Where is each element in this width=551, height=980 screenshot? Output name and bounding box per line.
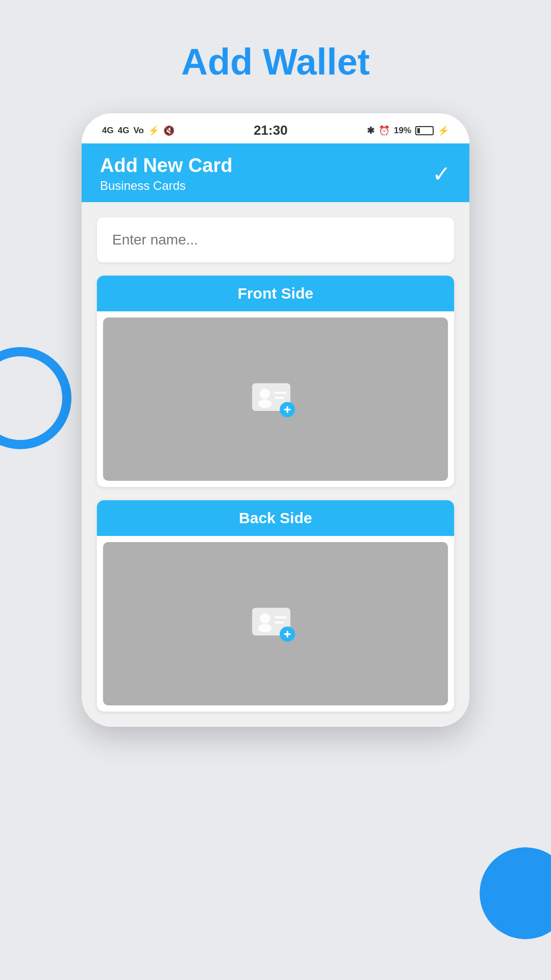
svg-rect-11 <box>274 616 286 618</box>
battery-cap: ⚡ <box>438 125 449 136</box>
svg-rect-3 <box>274 391 286 394</box>
front-side-upload[interactable] <box>103 317 448 481</box>
decorative-circle-left <box>0 347 71 449</box>
back-side-upload[interactable] <box>103 542 448 705</box>
page-title: Add Wallet <box>181 41 369 83</box>
signal-4g-1: 4G <box>102 126 114 136</box>
svg-point-9 <box>260 614 270 624</box>
vo-icon: Vo <box>133 126 143 136</box>
app-header-text: Add New Card Business Cards <box>100 155 233 193</box>
svg-point-2 <box>258 399 272 408</box>
confirm-button[interactable]: ✓ <box>432 161 451 187</box>
svg-rect-15 <box>287 631 288 638</box>
svg-rect-12 <box>274 621 284 623</box>
app-header-title: Add New Card <box>100 155 233 177</box>
alarm-icon: ⏰ <box>379 125 390 136</box>
back-side-header: Back Side <box>97 500 454 536</box>
app-header-subtitle: Business Cards <box>100 179 233 193</box>
decorative-circle-right <box>480 847 551 939</box>
status-bar-right: ✱ ⏰ 19% ⚡ <box>367 125 449 136</box>
status-bar-left: 4G 4G Vo ⚡ 🔇 <box>102 125 174 136</box>
add-card-icon-front <box>250 379 301 420</box>
status-bar: 4G 4G Vo ⚡ 🔇 21:30 ✱ ⏰ 19% ⚡ <box>82 113 469 143</box>
bluetooth-icon: ✱ <box>367 125 374 136</box>
name-input[interactable] <box>112 232 439 248</box>
battery-icon <box>415 126 434 135</box>
name-input-wrapper <box>97 217 454 262</box>
svg-point-1 <box>260 389 270 399</box>
back-side-label: Back Side <box>239 509 312 526</box>
svg-point-10 <box>258 624 272 632</box>
back-side-section: Back Side <box>97 500 454 712</box>
front-side-section: Front Side <box>97 276 454 487</box>
svg-rect-4 <box>274 397 284 399</box>
volume-icon: 🔇 <box>163 125 174 136</box>
battery-percent: 19% <box>394 126 411 136</box>
app-content: Front Side <box>82 202 469 727</box>
front-side-label: Front Side <box>238 285 313 302</box>
front-side-header: Front Side <box>97 276 454 311</box>
add-card-icon-back <box>250 603 301 644</box>
status-time: 21:30 <box>254 122 288 138</box>
svg-rect-7 <box>287 406 288 413</box>
phone-mockup: 4G 4G Vo ⚡ 🔇 21:30 ✱ ⏰ 19% ⚡ Add New Car… <box>82 113 469 727</box>
app-header: Add New Card Business Cards ✓ <box>82 143 469 202</box>
usb-icon: ⚡ <box>148 125 159 136</box>
signal-4g-2: 4G <box>118 126 130 136</box>
